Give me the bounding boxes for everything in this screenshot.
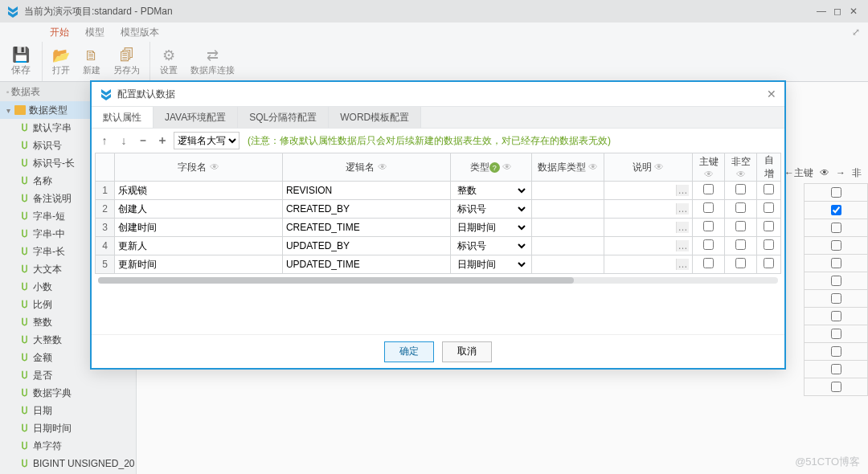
watermark: @51CTO博客	[795, 455, 860, 469]
row-number: 4	[96, 237, 115, 255]
remove-row-button[interactable]: －	[135, 133, 151, 149]
add-row-button[interactable]: ＋	[154, 133, 170, 149]
horizontal-scrollbar[interactable]	[98, 277, 778, 284]
desc-input[interactable]	[608, 222, 676, 233]
config-default-data-dialog: 配置默认数据 ✕ 默认属性 JAVA环境配置 SQL分隔符配置 WORD模板配置…	[90, 80, 786, 370]
move-up-button[interactable]: ↑	[96, 133, 113, 149]
logicname-input[interactable]	[286, 259, 447, 270]
col-desc: 说明 👁	[604, 153, 693, 182]
more-button[interactable]: …	[676, 185, 689, 196]
type-select[interactable]: 日期时间	[454, 258, 528, 271]
tab-default-attrs[interactable]: 默认属性	[92, 107, 154, 128]
table-row: 4标识号…	[96, 237, 781, 255]
fieldname-input[interactable]	[118, 203, 279, 215]
logicname-input[interactable]	[286, 185, 447, 196]
eye-off-icon: 👁	[210, 161, 219, 173]
dialog-logo-icon	[100, 88, 113, 100]
row-number: 3	[96, 219, 115, 237]
col-rownum	[96, 153, 115, 182]
type-select[interactable]: 整数	[454, 184, 528, 197]
more-button[interactable]: …	[676, 222, 689, 233]
warning-text: (注意：修改默认属性数据后只会对后续新建的数据表生效，对已经存在的数据表无效)	[248, 134, 611, 148]
eye-off-icon: 👁	[378, 161, 387, 173]
fieldname-input[interactable]	[118, 259, 279, 270]
pk-checkbox[interactable]	[703, 258, 714, 268]
dialog-title: 配置默认数据	[117, 88, 175, 101]
table-row: 3日期时间…	[96, 219, 781, 237]
desc-input[interactable]	[608, 240, 676, 251]
pk-checkbox[interactable]	[703, 221, 714, 231]
dbtype-cell[interactable]	[532, 255, 604, 274]
notnull-checkbox[interactable]	[735, 239, 746, 250]
table-row: 2标识号…	[96, 200, 781, 219]
tab-sql-delimiter[interactable]: SQL分隔符配置	[238, 107, 329, 128]
cancel-button[interactable]: 取消	[442, 341, 492, 362]
desc-input[interactable]	[608, 259, 676, 270]
dbtype-cell[interactable]	[532, 237, 604, 255]
pk-checkbox[interactable]	[703, 184, 714, 194]
auto-checkbox[interactable]	[764, 202, 774, 213]
type-select[interactable]: 日期时间	[454, 221, 528, 234]
type-select[interactable]: 标识号	[454, 202, 528, 215]
help-icon: ?	[489, 162, 500, 173]
notnull-checkbox[interactable]	[735, 258, 746, 268]
logicname-input[interactable]	[286, 222, 447, 233]
col-notnull: 非空 👁	[725, 153, 757, 182]
pk-checkbox[interactable]	[703, 202, 714, 213]
auto-checkbox[interactable]	[764, 258, 774, 268]
more-button[interactable]: …	[676, 240, 689, 251]
fieldname-input[interactable]	[118, 222, 279, 233]
row-number: 1	[96, 182, 115, 200]
type-select[interactable]: 标识号	[454, 239, 528, 252]
notnull-checkbox[interactable]	[735, 202, 746, 213]
auto-checkbox[interactable]	[764, 221, 774, 231]
table-row: 5日期时间…	[96, 255, 781, 274]
ok-button[interactable]: 确定	[384, 341, 434, 362]
fieldname-input[interactable]	[118, 240, 279, 251]
row-number: 2	[96, 200, 115, 219]
move-down-button[interactable]: ↓	[116, 133, 132, 149]
fieldname-input[interactable]	[118, 185, 279, 196]
tab-java-env[interactable]: JAVA环境配置	[154, 107, 238, 128]
dbtype-cell[interactable]	[532, 182, 604, 200]
dialog-toolbar: ↑ ↓ － ＋ 逻辑名大写 (注意：修改默认属性数据后只会对后续新建的数据表生效…	[92, 129, 784, 153]
dbtype-cell[interactable]	[532, 219, 604, 237]
logicname-input[interactable]	[286, 240, 447, 251]
pk-checkbox[interactable]	[703, 239, 714, 250]
tab-word-template[interactable]: WORD模板配置	[329, 107, 421, 128]
notnull-checkbox[interactable]	[735, 184, 746, 194]
auto-checkbox[interactable]	[764, 184, 774, 194]
col-logicname: 逻辑名 👁	[282, 153, 450, 182]
table-row: 1整数…	[96, 182, 781, 200]
col-type: 类型? 👁	[450, 153, 531, 182]
row-number: 5	[96, 255, 115, 274]
dialog-close-button[interactable]: ✕	[767, 88, 776, 100]
desc-input[interactable]	[608, 203, 676, 215]
col-dbtype: 数据库类型 👁	[532, 153, 604, 182]
col-fieldname: 字段名 👁	[115, 153, 283, 182]
dbtype-cell[interactable]	[532, 200, 604, 219]
attributes-table: 字段名 👁 逻辑名 👁 类型? 👁 数据库类型 👁 说明 👁 主键 👁 非空 👁…	[95, 153, 781, 274]
more-button[interactable]: …	[676, 259, 689, 270]
col-pk: 主键 👁	[693, 153, 725, 182]
more-button[interactable]: …	[676, 203, 689, 215]
case-select[interactable]: 逻辑名大写	[174, 132, 240, 149]
notnull-checkbox[interactable]	[735, 221, 746, 231]
dialog-tabs: 默认属性 JAVA环境配置 SQL分隔符配置 WORD模板配置	[92, 106, 784, 129]
eye-off-icon: 👁	[502, 161, 512, 173]
col-auto: 自增	[757, 153, 781, 182]
auto-checkbox[interactable]	[764, 239, 774, 250]
desc-input[interactable]	[608, 185, 676, 196]
logicname-input[interactable]	[286, 203, 447, 215]
